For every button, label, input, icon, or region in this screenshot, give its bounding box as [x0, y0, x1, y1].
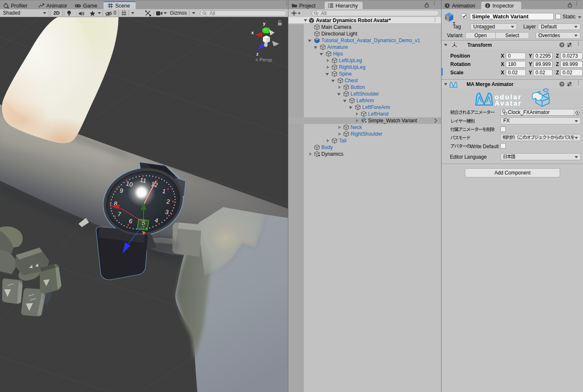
svg-text:?: ?	[561, 82, 563, 86]
svg-text:?: ?	[561, 43, 563, 47]
svg-text:x: x	[251, 30, 254, 35]
svg-text:z: z	[256, 51, 259, 56]
svg-text:< Persp: < Persp	[255, 57, 272, 62]
svg-text:y: y	[263, 21, 266, 26]
